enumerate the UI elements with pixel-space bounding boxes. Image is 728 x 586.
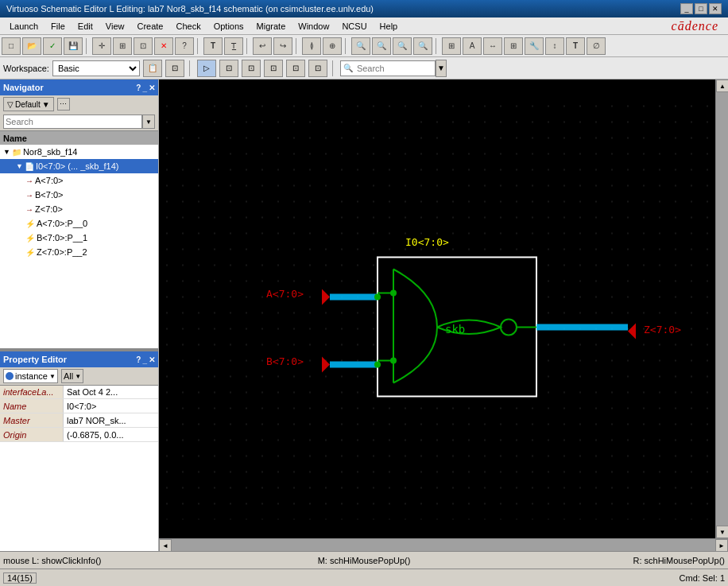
tb-delete[interactable]: ✕	[154, 37, 173, 55]
nav-search-dropdown[interactable]: ▼	[142, 114, 155, 129]
tree-item-nor8[interactable]: ▼ 📁 Nor8_skb_f14	[0, 145, 158, 159]
tb-wire[interactable]: 🔧	[525, 37, 544, 55]
tb-inst[interactable]: ∅	[587, 37, 606, 55]
tb2-pointer[interactable]: ▷	[197, 60, 216, 77]
tb-new[interactable]: □	[2, 37, 21, 55]
tb2-select1[interactable]: ⊡	[219, 60, 238, 77]
tb-undo[interactable]: ↩	[253, 37, 272, 55]
tb2-manage-workspace[interactable]: ⊡	[165, 60, 184, 77]
tb-fit[interactable]: 🔍	[393, 37, 412, 55]
tb2-text-tool[interactable]: ⊡	[308, 60, 327, 77]
tb-help[interactable]: ?	[175, 37, 194, 55]
tb-ruler[interactable]: ↔	[483, 37, 502, 55]
menu-window[interactable]: Window	[292, 20, 335, 33]
menu-launch[interactable]: Launch	[3, 20, 45, 33]
tree-label-i0: I0<7:0> (... _skb_f14)	[36, 161, 119, 171]
prop-all-dropdown[interactable]: All ▼	[61, 369, 83, 383]
scroll-track-vertical[interactable]	[716, 92, 728, 526]
tb-copy[interactable]: ⊞	[113, 37, 132, 55]
nav-filter-button[interactable]: ▽ Default ▼	[3, 97, 54, 111]
navigator: Navigator ? _ ✕ ▽ Default ▼ ⋯ ▼	[0, 80, 158, 350]
scroll-down-button[interactable]: ▼	[716, 526, 728, 538]
prop-all-arrow: ▼	[75, 373, 81, 380]
main-area: Navigator ? _ ✕ ▽ Default ▼ ⋯ ▼	[0, 80, 728, 551]
schematic-canvas[interactable]: I0<7:0>	[159, 80, 715, 538]
tree-item-a-p0[interactable]: ⚡ A<7:0>:P__0	[0, 216, 158, 231]
prop-val-master: lab7 NOR_sk...	[64, 413, 158, 427]
prop-key-interface: interfaceLa...	[0, 386, 64, 398]
tb-save[interactable]: 💾	[64, 37, 83, 55]
menu-ncsu[interactable]: NCSU	[335, 20, 373, 33]
tb-label[interactable]: T	[566, 37, 585, 55]
search-dropdown[interactable]: ▼	[436, 60, 447, 77]
scroll-left-button[interactable]: ◄	[159, 539, 172, 552]
prop-close-icon[interactable]: ✕	[149, 355, 155, 364]
tb-check[interactable]: ✓	[43, 37, 62, 55]
scroll-up-button[interactable]: ▲	[716, 80, 728, 92]
menu-check[interactable]: Check	[169, 20, 207, 33]
tb-stretch[interactable]: ⊡	[134, 37, 153, 55]
nav-header: Navigator ? _ ✕	[0, 80, 158, 95]
prop-filter-dropdown[interactable]: instance ▼	[3, 369, 58, 383]
tb-grid[interactable]: ⊞	[442, 37, 461, 55]
nav-close-icon[interactable]: ✕	[149, 83, 155, 92]
menu-file[interactable]: File	[45, 20, 72, 33]
tb-text2[interactable]: T̲	[224, 37, 243, 55]
tb-add[interactable]: ⊕	[323, 37, 342, 55]
tb2-select3[interactable]: ⊡	[264, 60, 283, 77]
tree-item-b[interactable]: → B<7:0>	[0, 188, 158, 202]
tb2-wire-tool[interactable]: ⊡	[286, 60, 305, 77]
horizontal-scrollbar: ◄ ►	[159, 538, 728, 551]
nav-search-input[interactable]	[3, 114, 142, 129]
toolbar2: Workspace: Basic 📋 ⊡ ▷ ⊡ ⊡ ⊡ ⊡ ⊡ 🔍 ▼	[0, 57, 728, 80]
menu-migrate[interactable]: Migrate	[250, 20, 292, 33]
workspace-label: Workspace:	[3, 64, 49, 73]
tree-expand-i0: ▼	[16, 162, 23, 170]
menu-help[interactable]: Help	[374, 20, 405, 33]
menu-options[interactable]: Options	[207, 20, 250, 33]
tb-prop[interactable]: ⊞	[504, 37, 523, 55]
prop-all-label: All	[64, 371, 73, 381]
nav-header-icons: ? _ ✕	[136, 83, 155, 92]
tree-icon-a-p0: ⚡	[25, 219, 35, 228]
tree-icon-i0: 📄	[25, 162, 34, 171]
menu-create[interactable]: Create	[130, 20, 169, 33]
tree-item-i0[interactable]: ▼ 📄 I0<7:0> (... _skb_f14)	[0, 159, 158, 173]
tb-text[interactable]: T	[203, 37, 223, 55]
tree-item-z-p2[interactable]: ⚡ Z<7:0>:P__2	[0, 245, 158, 259]
tb-hilight[interactable]: ≬	[302, 37, 321, 55]
nav-options-icon[interactable]: ⋯	[57, 98, 70, 111]
nav-help-icon[interactable]: ?	[136, 83, 141, 92]
scroll-right-button[interactable]: ►	[715, 539, 728, 552]
canvas-row: I0<7:0>	[159, 80, 728, 538]
tb-move[interactable]: ✛	[92, 37, 111, 55]
tree-item-a[interactable]: → A<7:0>	[0, 173, 158, 188]
prop-filter-circle	[6, 372, 14, 380]
workspace-select[interactable]: Basic	[52, 60, 140, 76]
tree-expand-nor8: ▼	[3, 148, 10, 156]
nav-minimize-icon[interactable]: _	[142, 83, 147, 92]
tb-pin[interactable]: ↕	[545, 37, 564, 55]
tree-label-b-p1: B<7:0>:P__1	[37, 233, 87, 243]
tree-item-b-p1[interactable]: ⚡ B<7:0>:P__1	[0, 231, 158, 245]
tb-zoom-area[interactable]: 🔍	[413, 37, 432, 55]
status2-left[interactable]: 14(15)	[3, 572, 37, 584]
tb2-save-workspace[interactable]: 📋	[143, 60, 162, 77]
menu-view[interactable]: View	[99, 20, 131, 33]
prop-help-icon[interactable]: ?	[136, 355, 141, 364]
minimize-button[interactable]: _	[680, 3, 693, 14]
tb-redo[interactable]: ↪	[273, 37, 292, 55]
tb-open[interactable]: 📂	[22, 37, 41, 55]
scroll-track-horizontal[interactable]	[172, 539, 715, 551]
tb2-select2[interactable]: ⊡	[242, 60, 261, 77]
prop-header: Property Editor ? _ ✕	[0, 351, 158, 367]
close-button[interactable]: ✕	[709, 3, 722, 14]
maximize-button[interactable]: □	[695, 3, 707, 14]
menu-edit[interactable]: Edit	[72, 20, 99, 33]
tb-snap[interactable]: A	[463, 37, 482, 55]
tb-zoom-in[interactable]: 🔍	[351, 37, 370, 55]
prop-minimize-icon[interactable]: _	[142, 355, 147, 364]
tb-zoom-out[interactable]: 🔍	[372, 37, 391, 55]
toolbar-search[interactable]	[340, 60, 436, 76]
tree-item-z[interactable]: → Z<7:0>	[0, 202, 158, 216]
